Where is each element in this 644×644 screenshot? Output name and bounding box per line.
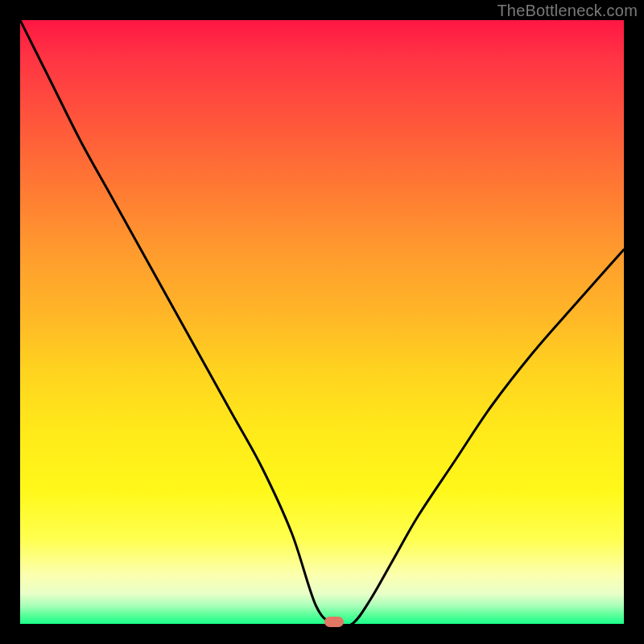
chart-frame: TheBottleneck.com xyxy=(0,0,644,644)
optimal-marker xyxy=(324,617,344,627)
plot-area xyxy=(20,20,624,624)
bottleneck-curve xyxy=(20,20,624,624)
watermark-text: TheBottleneck.com xyxy=(497,2,638,20)
